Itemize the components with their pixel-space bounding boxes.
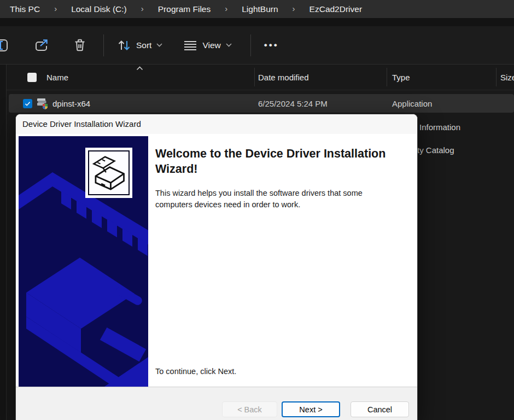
chevron-right-icon: ›: [293, 4, 295, 13]
sort-button[interactable]: Sort: [114, 34, 166, 56]
view-lines-icon: [183, 39, 197, 51]
file-date-modified: 6/25/2024 5:24 PM: [258, 99, 328, 108]
delete-icon[interactable]: [72, 37, 88, 54]
wizard-heading: Welcome to the Device Driver Installatio…: [155, 146, 396, 177]
row-checkbox[interactable]: [23, 99, 32, 108]
next-button[interactable]: Next >: [282, 401, 340, 417]
toolbar-divider: [103, 34, 104, 56]
share-icon[interactable]: [33, 37, 49, 54]
breadcrumb-item-ezcad2driver[interactable]: EzCad2Driver: [309, 4, 362, 14]
breadcrumb-item-local-disk-c[interactable]: Local Disk (C:): [71, 4, 127, 14]
wizard-hint: To continue, click Next.: [155, 367, 236, 376]
column-header-type[interactable]: Type: [392, 73, 410, 82]
sort-arrows-icon: [117, 39, 131, 52]
more-options-button[interactable]: •••: [264, 40, 279, 51]
file-explorer-window: This PC › Local Disk (C:) › Program File…: [0, 0, 514, 420]
wizard-description: This wizard helps you install the softwa…: [155, 188, 381, 210]
column-header-name[interactable]: Name: [46, 73, 68, 82]
dialog-title: Device Driver Installation Wizard: [16, 114, 417, 134]
chevron-right-icon: ›: [225, 4, 227, 13]
window-divider: [0, 18, 514, 26]
file-name[interactable]: dpinst-x64: [52, 99, 90, 108]
cancel-button[interactable]: Cancel: [351, 401, 409, 417]
chevron-right-icon: ›: [141, 4, 144, 13]
breadcrumb-item-lightburn[interactable]: LightBurn: [242, 4, 278, 14]
explorer-toolbar: Sort View •••: [0, 26, 514, 65]
occluded-row-type[interactable]: Information: [419, 122, 460, 132]
column-divider[interactable]: [496, 68, 497, 86]
column-header-size[interactable]: Size: [500, 73, 514, 82]
navigation-pane-edge: [0, 65, 7, 420]
application-file-icon: [36, 97, 49, 110]
chevron-down-icon: [226, 43, 232, 47]
column-divider[interactable]: [387, 68, 387, 86]
column-header-date-modified[interactable]: Date modified: [258, 73, 309, 82]
device-driver-wizard-dialog: Device Driver Installation Wizard: [15, 114, 418, 420]
sort-ascending-icon: [136, 66, 143, 71]
column-divider[interactable]: [254, 68, 255, 86]
sort-button-label: Sort: [136, 40, 151, 50]
breadcrumb: This PC › Local Disk (C:) › Program File…: [0, 0, 514, 18]
wizard-side-panel: [19, 136, 148, 390]
view-button[interactable]: View: [180, 34, 235, 56]
view-button-label: View: [202, 40, 220, 50]
toolbar-divider: [250, 34, 251, 56]
breadcrumb-item-this-pc[interactable]: This PC: [10, 4, 40, 14]
breadcrumb-item-program-files[interactable]: Program Files: [158, 4, 211, 14]
checkmark-icon: [24, 100, 31, 107]
more-options-icon: •••: [264, 40, 279, 50]
chevron-right-icon: ›: [54, 4, 57, 13]
occluded-row-type[interactable]: ty Catalog: [417, 145, 454, 155]
header-divider-line: [7, 90, 514, 90]
driver-install-icon: [85, 148, 132, 198]
file-type: Application: [392, 99, 432, 108]
dialog-footer: < Back Next > Cancel: [16, 387, 417, 420]
back-button[interactable]: < Back: [222, 401, 277, 417]
rename-icon[interactable]: [0, 37, 9, 54]
chevron-down-icon: [156, 43, 162, 47]
select-all-checkbox[interactable]: [27, 73, 37, 82]
